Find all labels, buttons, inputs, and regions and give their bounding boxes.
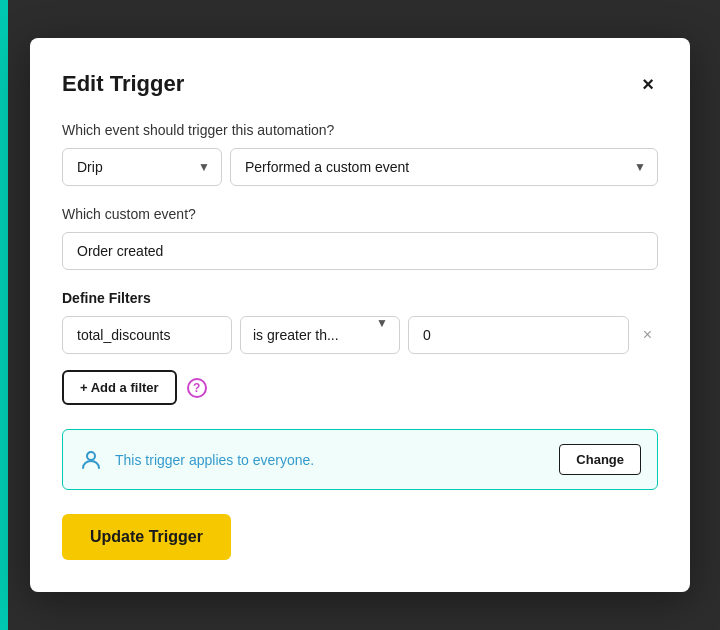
modal-title: Edit Trigger [62,71,184,97]
custom-event-label: Which custom event? [62,206,658,222]
filter-operator-wrapper: is greater th... is less than equals con… [240,316,400,354]
event-select[interactable]: Performed a custom event Subscribed to a… [230,148,658,186]
svg-point-0 [87,452,95,460]
modal: Edit Trigger × Which event should trigge… [30,38,690,592]
event-select-wrapper: Performed a custom event Subscribed to a… [230,148,658,186]
source-select[interactable]: Drip Mailchimp ActiveCampaign [62,148,222,186]
custom-event-input[interactable] [62,232,658,270]
source-select-wrapper: Drip Mailchimp ActiveCampaign ▼ [62,148,222,186]
add-filter-row: + Add a filter ? [62,370,658,405]
update-trigger-button[interactable]: Update Trigger [62,514,231,560]
audience-box: This trigger applies to everyone. Change [62,429,658,490]
audience-person-icon [79,448,103,472]
trigger-section-label: Which event should trigger this automati… [62,122,658,138]
filter-operator-select[interactable]: is greater th... is less than equals con… [240,316,400,354]
close-button[interactable]: × [638,70,658,98]
remove-filter-button[interactable]: × [637,323,658,347]
add-filter-button[interactable]: + Add a filter [62,370,177,405]
filters-label: Define Filters [62,290,658,306]
modal-header: Edit Trigger × [62,70,658,98]
modal-overlay: Edit Trigger × Which event should trigge… [0,0,720,630]
filter-row: is greater th... is less than equals con… [62,316,658,354]
audience-text: This trigger applies to everyone. [115,452,547,468]
help-icon[interactable]: ? [187,378,207,398]
filter-field-input[interactable] [62,316,232,354]
trigger-row: Drip Mailchimp ActiveCampaign ▼ Performe… [62,148,658,186]
change-button[interactable]: Change [559,444,641,475]
filter-value-input[interactable] [408,316,629,354]
custom-event-row [62,232,658,270]
define-filters-section: Define Filters is greater th... is less … [62,290,658,354]
